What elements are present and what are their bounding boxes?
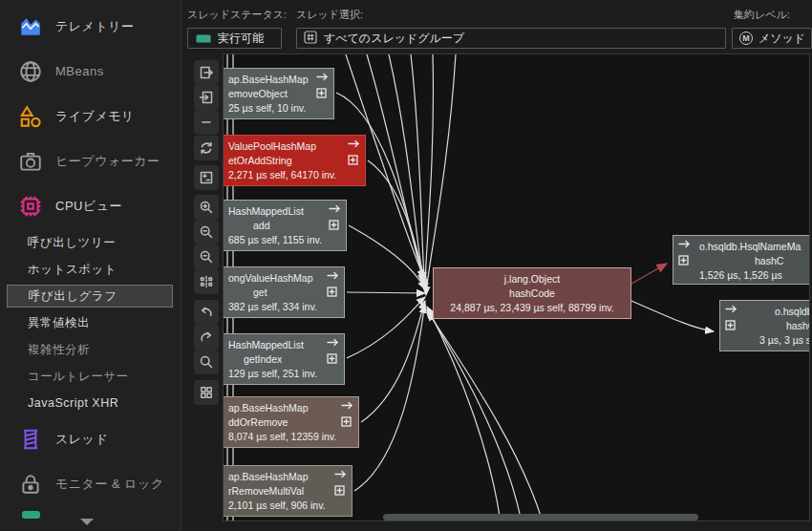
graph-node-removeObject[interactable]: ap.BaseHashMap emoveObject 25 µs self, 1… — [223, 68, 334, 119]
node-method: hashCode — [439, 287, 625, 301]
runnable-status-icon — [196, 34, 211, 43]
graph-node-hsqldb-expression[interactable]: o.hsqldb.Ex hashC 3 µs, 3 µs s — [719, 300, 810, 351]
node-stats: 25 µs self, 10 inv. — [228, 101, 328, 116]
sidebar-item-label: CPUビュー — [55, 198, 122, 215]
sidebar-item-call-tree[interactable]: 呼び出しツリー — [7, 231, 173, 254]
aggregation-level-value: メソッド — [759, 31, 805, 47]
sidebar-item-call-graph[interactable]: 呼び出しグラフ — [7, 285, 173, 308]
expand-node-icon[interactable] — [725, 320, 737, 334]
method-m-circle-icon: M — [739, 32, 753, 45]
node-detail-icon[interactable] — [194, 165, 219, 190]
node-class: o.hsqldb.Ex — [746, 305, 810, 319]
show-callees-icon[interactable] — [334, 469, 347, 483]
thread-status-label: スレッドステータス: — [187, 8, 287, 22]
thread-group-grid-icon — [304, 31, 317, 47]
show-callees-icon[interactable] — [316, 72, 329, 86]
sidebar-item-telemetry[interactable]: テレメトリー — [0, 4, 182, 49]
show-callees-icon[interactable] — [341, 400, 353, 414]
graph-node-add[interactable]: HashMappedList add 685 µs self, 1155 inv… — [223, 200, 347, 251]
graph-layout-icon[interactable] — [194, 269, 219, 294]
aggregation-level-label: 集約レベル: — [734, 8, 790, 22]
show-callers-icon[interactable] — [725, 304, 737, 318]
graph-node-hsqlNameManager[interactable]: o.hsqldb.HsqlNameMa hashC 1,526 µs, 1,52… — [673, 235, 810, 285]
node-method: add — [228, 219, 340, 233]
expand-node-icon[interactable] — [329, 220, 341, 234]
graph-node-getIndex[interactable]: HashMappedList getIndex 129 µs self, 251… — [223, 333, 345, 385]
sidebar-item-outlier-detection[interactable]: 異常値検出 — [7, 311, 173, 334]
sidebar-scroll-down-icon[interactable] — [80, 519, 94, 525]
aggregation-level-dropdown[interactable]: M メソッド — [732, 28, 812, 49]
expand-node-icon[interactable] — [334, 485, 347, 499]
graph-node-addOrRemove[interactable]: ap.BaseHashMap ddOrRemove 8,074 µs self,… — [223, 396, 359, 448]
thread-selection-label: スレッド選択: — [296, 8, 363, 22]
graph-toolbar — [187, 53, 223, 521]
move-in-icon[interactable] — [194, 85, 219, 110]
threads-spool-icon — [18, 427, 43, 452]
sidebar-item-mbeans[interactable]: MBeans — [0, 49, 182, 94]
graph-node-removeMultiVal[interactable]: ap.BaseHashMap rRemoveMultiVal 2,101 µs … — [223, 465, 353, 517]
refresh-icon[interactable] — [194, 136, 219, 160]
node-stats: 129 µs self, 251 inv. — [228, 367, 338, 381]
thread-selection-dropdown[interactable]: すべてのスレッドグループ — [296, 28, 726, 49]
zoom-in-icon[interactable] — [194, 195, 219, 220]
show-callees-icon[interactable] — [329, 203, 341, 218]
sidebar-item-javascript-xhr[interactable]: JavaScript XHR — [7, 392, 173, 414]
zoom-fit-icon[interactable] — [194, 244, 219, 269]
show-callees-icon[interactable] — [348, 138, 360, 153]
sidebar-item-label: テレメトリー — [55, 18, 135, 35]
move-out-icon[interactable] — [194, 60, 219, 85]
find-icon[interactable] — [194, 350, 219, 374]
node-method: ddOrRemove — [228, 415, 353, 430]
node-stats: 2,101 µs self, 906 inv. — [228, 499, 346, 513]
databases-icon[interactable] — [22, 511, 40, 519]
thread-status-dropdown[interactable]: 実行可能 — [187, 28, 282, 49]
lock-icon — [18, 472, 43, 497]
undo-icon[interactable] — [194, 300, 219, 325]
expand-node-icon[interactable] — [678, 255, 691, 269]
sidebar-item-hot-spots[interactable]: ホットスポット — [7, 258, 173, 281]
show-callees-icon[interactable] — [327, 337, 339, 351]
node-stats: 382 µs self, 334 inv. — [228, 300, 338, 314]
zoom-out-icon[interactable] — [194, 220, 219, 244]
expand-node-icon[interactable] — [341, 416, 353, 431]
node-method: emoveObject — [228, 87, 328, 101]
sidebar-item-threads[interactable]: スレッド — [0, 416, 182, 461]
node-stats: 3 µs, 3 µs s — [746, 333, 810, 348]
expand-node-icon[interactable] — [327, 287, 339, 301]
call-graph-canvas[interactable]: ap.BaseHashMap emoveObject 25 µs self, 1… — [223, 53, 810, 521]
graph-node-get[interactable]: ongValueHashMap get 382 µs self, 334 inv… — [223, 266, 345, 318]
subitem-label: 異常値検出 — [7, 315, 90, 331]
node-method: hashC — [699, 254, 810, 268]
node-class: j.lang.Object — [439, 272, 625, 287]
node-stats: 24,887 µs, 23,439 µs self, 88799 inv. — [439, 301, 625, 315]
sidebar-item-live-memory[interactable]: ライブメモリ — [0, 94, 182, 138]
sidebar-item-call-tracer[interactable]: コールトレーサー — [7, 365, 173, 388]
node-class: ap.BaseHashMap — [228, 73, 328, 87]
node-stats: 685 µs self, 1155 inv. — [228, 233, 340, 247]
expand-node-icon[interactable] — [327, 353, 339, 368]
sidebar-item-complexity-analysis[interactable]: 複雑性分析 — [7, 338, 173, 361]
graph-node-getOrAddString[interactable]: ValuePoolHashMap etOrAddString 2,271 µs … — [223, 135, 366, 186]
node-method: etOrAddString — [228, 154, 359, 168]
graph-node-hashCode-selected[interactable]: j.lang.Object hashCode 24,887 µs, 23,439… — [433, 267, 631, 319]
node-stats: 8,074 µs self, 12359 inv. — [228, 430, 353, 444]
telemetry-chart-icon — [18, 14, 43, 39]
show-callers-icon[interactable] — [678, 239, 691, 253]
thread-selection-value: すべてのスレッドグループ — [324, 31, 464, 47]
subitem-label: 複雑性分析 — [7, 342, 90, 358]
horizontal-scrollbar[interactable] — [383, 514, 698, 520]
expand-node-icon[interactable] — [316, 88, 329, 102]
node-stats: 2,271 µs self, 64170 inv. — [228, 168, 359, 182]
sidebar-item-heap-walker[interactable]: ヒープウォーカー — [0, 138, 182, 183]
redo-icon[interactable] — [194, 325, 219, 350]
expand-node-icon[interactable] — [348, 155, 360, 169]
overview-icon[interactable] — [194, 380, 219, 405]
subitem-label: JavaScript XHR — [7, 396, 118, 410]
sidebar-item-label: MBeans — [55, 64, 104, 78]
sidebar-item-monitors-locks[interactable]: モニター & ロック — [0, 461, 182, 506]
sidebar-item-cpu-views[interactable]: CPUビュー — [0, 183, 182, 228]
remove-node-icon[interactable] — [194, 110, 219, 135]
show-callees-icon[interactable] — [327, 270, 339, 285]
node-method: rRemoveMultiVal — [228, 484, 346, 499]
sidebar-item-label: ライブメモリ — [55, 108, 135, 125]
